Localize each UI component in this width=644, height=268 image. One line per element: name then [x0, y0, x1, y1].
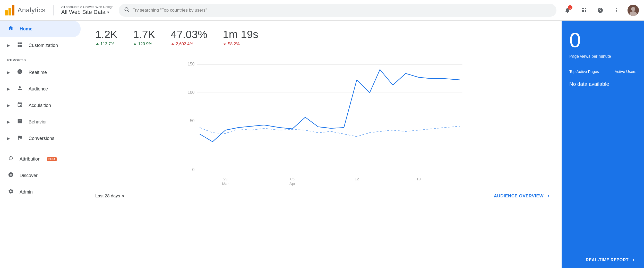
sidebar-item-home-label: Home [20, 26, 32, 32]
property-dropdown-arrow: ▾ [107, 10, 109, 15]
metric-users-change: 120.9% [133, 42, 155, 46]
notification-button[interactable]: 1 [562, 5, 573, 16]
svg-text:Mar: Mar [222, 181, 229, 186]
realtime-count: 0 [562, 21, 644, 52]
no-data-section: No data available [569, 77, 636, 87]
search-input[interactable] [133, 8, 551, 13]
discover-icon [7, 172, 14, 179]
realtime-report-text: REAL-TIME REPORT [586, 258, 629, 262]
svg-line-1 [128, 11, 129, 12]
search-bar [119, 4, 556, 17]
acquisition-icon [16, 102, 23, 109]
metric-duration-value: 1m 19s [223, 28, 258, 41]
logo-area: Analytics [5, 5, 46, 15]
realtime-icon [16, 69, 23, 76]
active-users-label: Active Users [615, 69, 636, 74]
svg-text:50: 50 [190, 119, 195, 123]
realtime-section-header: Top Active Pages Active Users [569, 69, 636, 74]
sidebar-item-home[interactable]: Home [0, 21, 81, 37]
sidebar-item-customization[interactable]: ▶ Customization [0, 37, 81, 54]
svg-text:100: 100 [188, 90, 195, 95]
metric-users: 1.7K 120.9% [133, 28, 155, 46]
metric-bounce: 47.03% 2,602.4% [171, 28, 207, 46]
sidebar-item-conversions-label: Conversions [29, 136, 54, 141]
date-range-label: Last 28 days [95, 194, 120, 199]
chart-footer: Last 28 days ▾ AUDIENCE OVERVIEW [95, 193, 551, 199]
sidebar-item-attribution-label: Attribution [20, 156, 40, 162]
help-button[interactable] [595, 5, 606, 16]
expand-icon-audience: ▶ [7, 87, 10, 91]
svg-point-3 [631, 7, 635, 11]
no-data-text: No data available [569, 81, 636, 87]
apps-button[interactable] [578, 5, 589, 16]
home-icon [7, 25, 14, 32]
search-icon [124, 7, 130, 14]
metrics-row: 1.2K 113.7% 1.7K 120.9% [95, 28, 551, 46]
audience-overview-link[interactable]: AUDIENCE OVERVIEW [494, 193, 551, 199]
notification-badge: 1 [568, 5, 572, 10]
expand-icon-realtime: ▶ [7, 70, 10, 74]
beta-badge: BETA [47, 157, 56, 161]
header-divider [53, 5, 54, 15]
svg-text:0: 0 [192, 167, 195, 172]
top-active-pages-label: Top Active Pages [569, 69, 599, 74]
realtime-footer: REAL-TIME REPORT [562, 252, 644, 268]
sidebar-item-behavior-label: Behavior [29, 119, 47, 125]
expand-icon-acquisition: ▶ [7, 103, 10, 107]
sidebar-item-attribution[interactable]: Attribution BETA [0, 151, 81, 167]
sidebar-item-customization-label: Customization [29, 43, 58, 48]
metric-sessions: 1.2K 113.7% [95, 28, 117, 46]
metric-duration: 1m 19s 58.2% [223, 28, 258, 46]
main-content: 1.2K 113.7% 1.7K 120.9% [85, 21, 644, 268]
property-name: All Web Site Data [61, 9, 106, 15]
expand-icon: ▶ [7, 43, 10, 47]
more-options-button[interactable] [611, 5, 622, 16]
breadcrumb: All accounts > Chavez Web Design [61, 5, 114, 9]
realtime-label: Page views per minute [562, 52, 644, 64]
app-title: Analytics [18, 6, 46, 14]
svg-text:05: 05 [290, 177, 295, 181]
svg-text:12: 12 [355, 177, 359, 181]
sidebar-item-acquisition[interactable]: ▶ Acquisition [0, 97, 81, 114]
header: Analytics All accounts > Chavez Web Desi… [0, 0, 644, 21]
date-range-button[interactable]: Last 28 days ▾ [95, 194, 124, 199]
header-actions: 1 [562, 5, 639, 16]
sidebar-item-audience-label: Audience [29, 86, 48, 92]
admin-icon [7, 188, 14, 196]
realtime-report-link[interactable]: REAL-TIME REPORT [569, 257, 636, 263]
main-layout: Home ▶ Customization REPORTS ▶ Realtime [0, 21, 644, 268]
sidebar-item-realtime-label: Realtime [29, 70, 47, 75]
sidebar-item-realtime[interactable]: ▶ Realtime [0, 64, 81, 81]
account-info: All accounts > Chavez Web Design All Web… [61, 5, 114, 15]
sidebar-item-admin-label: Admin [20, 189, 33, 195]
line-chart: 150 100 50 0 29 Mar 05 [95, 54, 551, 188]
sidebar-item-admin[interactable]: Admin [0, 184, 81, 200]
metric-sessions-value: 1.2K [95, 28, 117, 41]
customization-icon [16, 42, 23, 49]
metric-bounce-value: 47.03% [171, 28, 207, 41]
logo-icon [5, 5, 14, 15]
content-area: 1.2K 113.7% 1.7K 120.9% [85, 21, 644, 268]
expand-icon-behavior: ▶ [7, 120, 10, 124]
sidebar-item-discover-label: Discover [20, 173, 38, 178]
chart-container: 150 100 50 0 29 Mar 05 [95, 54, 551, 188]
avatar[interactable] [628, 5, 639, 16]
sidebar: Home ▶ Customization REPORTS ▶ Realtime [0, 21, 85, 268]
svg-point-0 [125, 8, 128, 11]
chart-panel: 1.2K 113.7% 1.7K 120.9% [85, 21, 562, 268]
date-range-arrow: ▾ [122, 194, 124, 199]
metric-sessions-change: 113.7% [95, 42, 117, 46]
metric-users-value: 1.7K [133, 28, 155, 41]
svg-text:29: 29 [223, 177, 228, 181]
behavior-icon [16, 118, 23, 125]
sidebar-item-conversions[interactable]: ▶ Conversions [0, 130, 81, 147]
sidebar-item-audience[interactable]: ▶ Audience [0, 81, 81, 97]
property-selector[interactable]: All Web Site Data ▾ [61, 9, 114, 15]
svg-text:Apr: Apr [289, 181, 295, 186]
sidebar-item-discover[interactable]: Discover [0, 167, 81, 184]
metric-duration-change: 58.2% [223, 42, 258, 46]
audience-overview-text: AUDIENCE OVERVIEW [494, 194, 544, 199]
svg-text:19: 19 [416, 177, 421, 181]
right-panel: 0 Page views per minute Top Active Pages… [562, 21, 644, 268]
sidebar-item-behavior[interactable]: ▶ Behavior [0, 114, 81, 130]
